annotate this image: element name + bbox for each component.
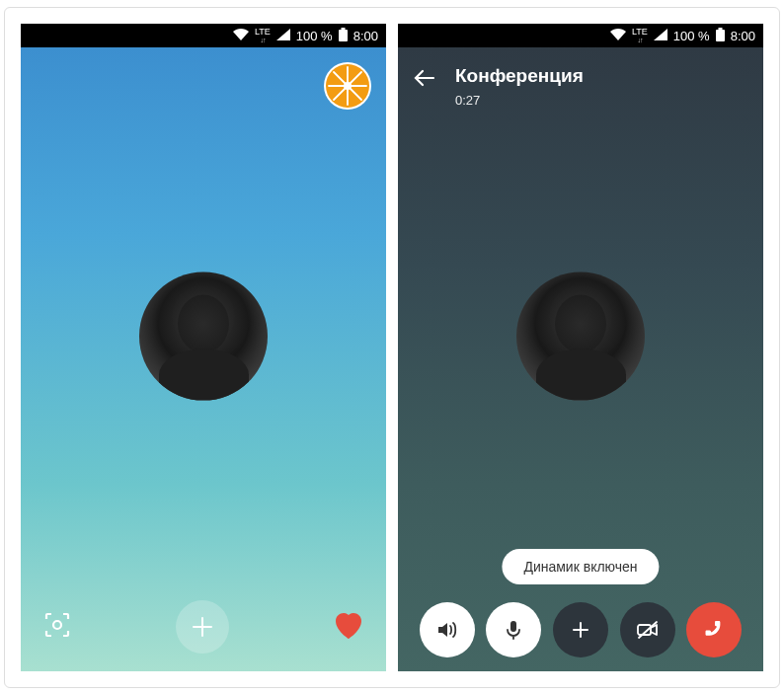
battery-icon	[716, 28, 725, 44]
heart-button[interactable]	[333, 610, 364, 644]
battery-percentage: 100 %	[296, 29, 333, 43]
svg-point-12	[344, 82, 352, 90]
data-arrows-icon: ↓↑	[260, 37, 265, 43]
speaker-button[interactable]	[420, 602, 475, 657]
battery-icon	[339, 28, 348, 44]
lte-text: LTE	[255, 28, 271, 37]
data-arrows-icon: ↓↑	[637, 37, 642, 43]
avatar	[516, 272, 645, 401]
status-bar: LTE ↓↑ 100 % 8:00	[21, 24, 386, 47]
clock-time: 8:00	[353, 29, 378, 43]
phone-left: LTE ↓↑ 100 % 8:00	[21, 24, 386, 671]
call-title: Конференция	[455, 65, 584, 87]
participant-thumbnail[interactable]	[323, 61, 372, 111]
capture-button[interactable]	[42, 610, 72, 644]
add-participant-button[interactable]	[553, 602, 608, 657]
svg-rect-14	[716, 30, 725, 41]
battery-percentage: 100 %	[673, 29, 710, 43]
signal-icon	[654, 29, 667, 43]
screenshot-pair: LTE ↓↑ 100 % 8:00	[4, 7, 780, 688]
lte-text: LTE	[632, 28, 648, 37]
svg-rect-1	[341, 28, 345, 30]
hangup-button[interactable]	[686, 602, 742, 657]
call-screen-conference: Конференция 0:27 Динамик включен	[398, 47, 763, 671]
wifi-icon	[233, 29, 249, 43]
microphone-button[interactable]	[486, 602, 541, 657]
speaker-toast: Динамик включен	[502, 549, 659, 584]
signal-icon	[276, 29, 290, 43]
lte-indicator: LTE ↓↑	[255, 28, 271, 43]
svg-rect-0	[339, 30, 348, 41]
call-screen-self-view	[21, 47, 386, 671]
lte-indicator: LTE ↓↑	[632, 28, 648, 43]
video-off-button[interactable]	[620, 602, 675, 657]
bottom-controls	[21, 600, 386, 654]
add-button[interactable]	[176, 600, 229, 654]
svg-point-13	[53, 621, 61, 629]
clock-time: 8:00	[731, 29, 755, 43]
phone-right: LTE ↓↑ 100 % 8:00 Конференция 0:27	[398, 24, 763, 671]
call-controls	[398, 602, 763, 657]
svg-rect-16	[510, 621, 516, 632]
header-text: Конференция 0:27	[455, 65, 584, 108]
wifi-icon	[610, 29, 626, 43]
status-bar: LTE ↓↑ 100 % 8:00	[398, 24, 763, 47]
svg-rect-15	[718, 28, 722, 30]
avatar	[139, 272, 268, 401]
back-button[interactable]	[414, 65, 435, 93]
call-header: Конференция 0:27	[398, 55, 763, 117]
call-timer: 0:27	[455, 93, 584, 108]
